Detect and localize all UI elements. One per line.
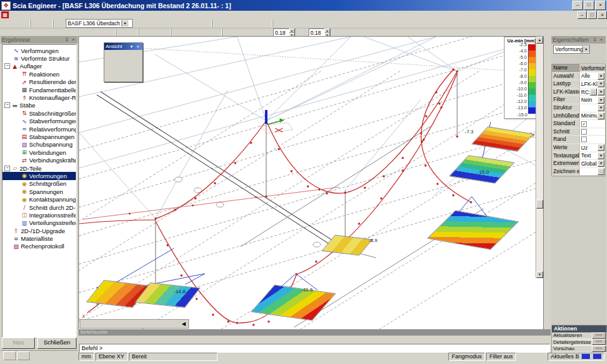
new-file-icon[interactable] <box>0 20 9 27</box>
tree-item[interactable]: ⇅ Stabschnittgrößen <box>3 109 76 117</box>
expand-icon[interactable]: − <box>4 166 10 171</box>
toolbar-icon[interactable] <box>191 20 200 27</box>
toolbar-icon[interactable] <box>172 20 181 27</box>
command-tool-icon[interactable] <box>229 336 238 344</box>
property-value[interactable]: LFK-Klasse <box>580 81 598 87</box>
tree-item[interactable]: ⇧ 2D-/1D-Upgrade <box>3 227 76 234</box>
toolbar-icon[interactable] <box>273 20 284 27</box>
action-row[interactable]: Aktualisieren >>> <box>552 332 606 339</box>
tree-item[interactable]: ⊞ Verbindungen <box>3 149 76 156</box>
command-tool-icon[interactable] <box>202 336 211 344</box>
scrollbar-thumb[interactable] <box>536 200 543 209</box>
close-icon[interactable]: × <box>595 1 606 10</box>
command-tool-icon[interactable] <box>149 336 158 344</box>
command-tool-icon[interactable] <box>220 336 229 344</box>
dropdown-button[interactable]: ▾ <box>598 73 604 80</box>
property-value[interactable]: Minimum <box>580 112 598 119</box>
view-tool-icon[interactable] <box>105 66 113 73</box>
dropdown-button[interactable]: ▾ <box>598 88 604 95</box>
mdi-close-icon[interactable]: × <box>598 11 607 19</box>
redo-icon[interactable] <box>42 20 51 27</box>
property-row[interactable]: Umhüllende Minimum ▾ <box>552 112 605 121</box>
properties-combo[interactable]: Verformungen ▾ <box>553 45 590 54</box>
viewport-tool-icon[interactable] <box>138 320 147 327</box>
restore-icon[interactable]: □ <box>584 1 594 10</box>
status-plane[interactable]: Ebene XY <box>95 353 128 361</box>
chevron-down-icon[interactable]: ▾ <box>121 20 128 27</box>
tree-item[interactable]: ≡ Materialliste <box>3 234 76 242</box>
toolbar-icon[interactable] <box>153 20 162 27</box>
expand-icon[interactable]: − <box>4 63 10 69</box>
results-panel-header[interactable]: Ergebnisse ↧ × <box>1 36 78 44</box>
properties-panel-header[interactable]: Eigenschaften ↧ × <box>551 36 606 44</box>
dropdown-button[interactable]: ▾ <box>598 152 604 159</box>
mdi-minimize-icon[interactable]: – <box>577 11 587 19</box>
view-tool-icon[interactable] <box>113 51 121 58</box>
property-row[interactable]: Standard <box>552 120 605 128</box>
undo-icon[interactable] <box>30 20 42 27</box>
toolbar-icon[interactable] <box>181 20 191 27</box>
property-value[interactable] <box>580 129 605 135</box>
status-snap-mode[interactable]: Fangmodus <box>448 353 485 361</box>
dropdown-icon[interactable] <box>598 20 607 27</box>
property-value[interactable]: Text <box>580 152 598 159</box>
view-tool-icon[interactable] <box>130 51 138 58</box>
view-tool-icon[interactable] <box>105 73 113 81</box>
property-row[interactable]: Lasttyp LFK-Klasse ▾ <box>552 80 605 88</box>
view-tool-icon[interactable] <box>105 51 113 58</box>
tree-item[interactable]: ◉ Kontaktspannungen <box>3 195 76 203</box>
tree-item[interactable]: − ▲ Auflager <box>3 63 76 70</box>
property-value[interactable]: Alle <box>580 73 598 79</box>
viewport-scrollbar[interactable]: ▲ ▼ <box>536 37 543 278</box>
dropdown-button[interactable]: ▾ <box>598 160 604 167</box>
command-tool-icon[interactable] <box>123 336 132 344</box>
tree-item[interactable]: ⇑ Knotenauflager-Resultierende <box>3 94 76 101</box>
dropdown-button[interactable]: ▾ <box>598 104 604 111</box>
scroll-down-icon[interactable]: ▼ <box>536 271 543 278</box>
command-tool-icon[interactable] <box>238 336 247 344</box>
close-icon[interactable]: × <box>598 37 604 43</box>
open-icon[interactable] <box>9 20 19 27</box>
view-tool-icon[interactable] <box>121 51 130 58</box>
property-row[interactable]: Struktur ▾ <box>552 104 605 112</box>
property-row[interactable]: Name Verformungen <box>552 64 605 73</box>
toolbar-icon[interactable] <box>560 20 569 27</box>
action-row[interactable]: Detailergebnisse im... >>> <box>552 339 606 346</box>
property-row[interactable]: Schnitt <box>552 128 605 136</box>
chart-icon[interactable] <box>597 54 604 62</box>
tree-item[interactable]: ∿ Stabverformungen <box>3 118 76 125</box>
toolbar-icon[interactable] <box>284 20 293 27</box>
command-tool-icon[interactable] <box>264 336 273 344</box>
tree-item[interactable]: ▦ Fundamenttabelle <box>3 86 76 94</box>
toolbar-icon[interactable] <box>162 20 172 27</box>
tree-item[interactable]: ◉ Verformungen <box>3 172 76 179</box>
filter-icon[interactable] <box>591 46 598 53</box>
command-tool-icon[interactable] <box>185 336 193 344</box>
command-tool-icon[interactable] <box>247 336 255 344</box>
tree-item[interactable]: ∕ Schnitt durch 2D-Teil <box>3 203 76 211</box>
pin-icon[interactable]: ↧ <box>64 37 70 43</box>
toolbar-icon[interactable] <box>242 20 252 27</box>
toolbar-icon[interactable] <box>233 20 242 27</box>
property-value[interactable] <box>580 120 605 127</box>
property-value[interactable]: Global <box>580 161 598 167</box>
view-tool-icon[interactable] <box>105 58 113 66</box>
viewport-tool-icon[interactable] <box>130 320 138 327</box>
project-window-icon[interactable] <box>53 20 64 27</box>
mdi-restore-icon[interactable]: □ <box>587 11 597 19</box>
command-tool-icon[interactable] <box>176 336 185 344</box>
viewport-tool-icon[interactable] <box>97 320 106 327</box>
title-bar[interactable]: ❖ Scia Engineer - [BASF L306 Überdachung… <box>0 0 607 11</box>
toolbar-icon[interactable] <box>293 20 303 27</box>
zoom-in-icon[interactable] <box>113 58 121 66</box>
spin-up-icon[interactable]: ▲ <box>289 28 295 33</box>
command-tool-icon[interactable] <box>105 336 114 344</box>
spin-up-icon[interactable]: ▲ <box>324 28 330 33</box>
tree-item[interactable]: ≈ Relativverformung <box>3 125 76 133</box>
view-toolbar[interactable]: Ansicht ▾ × <box>104 42 143 82</box>
action-execute-button[interactable]: >>> <box>592 339 606 345</box>
action-execute-button[interactable]: >>> <box>592 332 606 339</box>
toolbar-icon[interactable] <box>579 20 588 27</box>
property-row[interactable]: Textausgabe Text ▾ <box>552 152 605 161</box>
tree-item[interactable]: ◉ Schnittgrößen <box>3 180 76 188</box>
